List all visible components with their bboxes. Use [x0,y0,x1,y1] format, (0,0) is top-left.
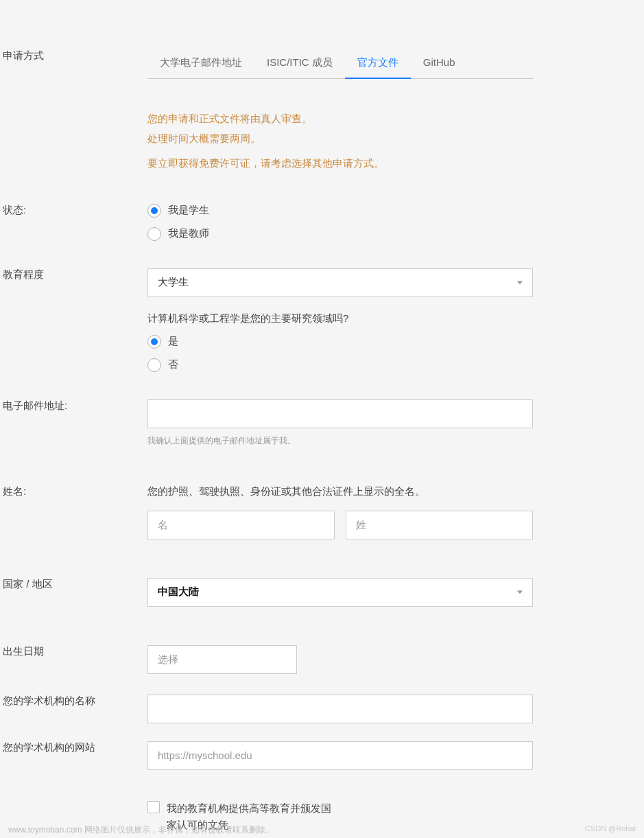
name-hint: 您的护照、驾驶执照、身份证或其他合法证件上显示的全名。 [147,485,533,498]
institution-name-label: 您的学术机构的名称 [0,695,147,708]
country-region-label: 国家 / 地区 [0,578,147,591]
review-notice: 您的申请和正式文件将由真人审查。 处理时间大概需要两周。 要立即获得免费许可证，… [147,109,533,174]
checkbox-icon [147,801,160,813]
education-level-value: 大学生 [158,276,189,289]
application-method-tabs: 大学电子邮件地址 ISIC/ITIC 成员 官方文件 GitHub [147,49,533,79]
birth-date-input[interactable] [147,645,297,674]
notice-line-2: 处理时间大概需要两周。 [147,129,533,149]
institution-name-input[interactable] [147,695,533,723]
radio-circle-icon [147,335,161,349]
email-label: 电子邮件地址: [0,399,147,412]
radio-teacher[interactable]: 我是教师 [147,227,533,241]
status-radio-group: 我是学生 我是教师 [147,204,533,241]
cs-radio-group: 是 否 [147,335,533,372]
radio-circle-icon [147,204,161,218]
institution-website-input[interactable] [147,741,533,770]
radio-no-label: 否 [168,358,178,371]
footer-disclaimer: www.toymoban.com 网络图片仅供展示，非存储，如有侵权请联系删除。 [8,824,274,836]
country-select[interactable]: 中国大陆 [147,578,533,607]
tab-isic-itic[interactable]: ISIC/ITIC 成员 [254,49,345,79]
last-name-input[interactable] [346,511,533,539]
chevron-down-icon [517,281,523,284]
education-level-select[interactable]: 大学生 [147,268,533,297]
radio-circle-icon [147,227,161,241]
status-label: 状态: [0,204,147,217]
radio-cs-no[interactable]: 否 [147,358,533,372]
radio-student[interactable]: 我是学生 [147,204,533,218]
country-value: 中国大陆 [158,585,199,598]
chevron-down-icon [517,590,523,594]
notice-line-3: 要立即获得免费许可证，请考虑选择其他申请方式。 [147,154,533,174]
cs-question-label: 计算机科学或工程学是您的主要研究领域吗? [147,312,533,325]
radio-teacher-label: 我是教师 [168,227,209,240]
radio-cs-yes[interactable]: 是 [147,335,533,349]
birth-date-label: 出生日期 [0,645,147,658]
tab-github[interactable]: GitHub [411,49,468,79]
radio-student-label: 我是学生 [168,204,209,217]
radio-yes-label: 是 [168,335,178,348]
name-label: 姓名: [0,485,147,498]
footer-watermark: CSDN @Rohal [585,824,636,833]
first-name-input[interactable] [147,511,335,539]
institution-website-label: 您的学术机构的网站 [0,741,147,754]
email-input[interactable] [147,399,533,428]
application-method-label: 申请方式 [0,49,147,62]
education-level-label: 教育程度 [0,268,147,281]
tab-university-email[interactable]: 大学电子邮件地址 [147,49,254,79]
tab-official-document[interactable]: 官方文件 [345,49,411,79]
notice-line-1: 您的申请和正式文件将由真人审查。 [147,109,533,129]
radio-circle-icon [147,358,161,372]
email-helper-text: 我确认上面提供的电子邮件地址属于我。 [147,435,533,447]
